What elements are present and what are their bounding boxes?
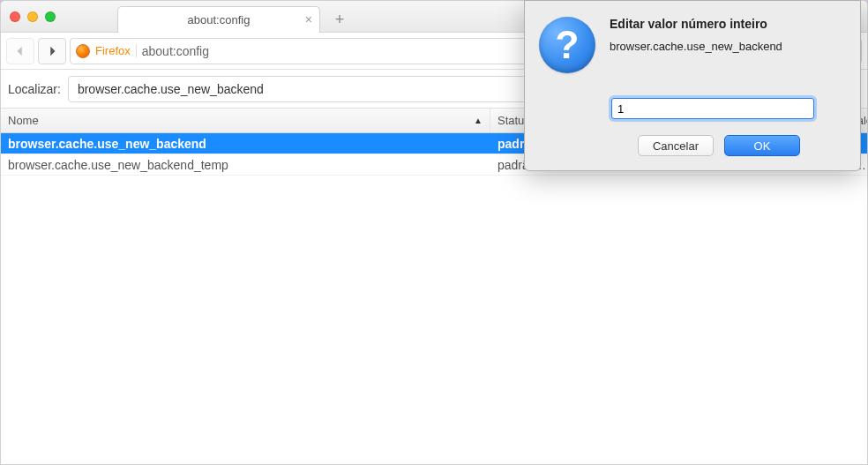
edit-integer-dialog: ? Editar valor número inteiro browser.ca… xyxy=(524,0,861,171)
close-tab-icon[interactable]: × xyxy=(305,13,312,26)
pref-rows: browser.cache.use_new_backend padrão int… xyxy=(1,133,867,464)
tab-bar: about:config × + xyxy=(117,1,352,33)
tab-about-config[interactable]: about:config × xyxy=(117,6,320,33)
firefox-icon xyxy=(76,44,90,58)
back-button[interactable] xyxy=(6,38,34,64)
window-controls xyxy=(10,11,56,22)
dialog-title: Editar valor número inteiro xyxy=(610,17,846,31)
column-header-name[interactable]: Nome ▲ xyxy=(1,109,490,132)
arrow-right-icon xyxy=(46,45,58,57)
pref-name: browser.cache.use_new_backend_temp xyxy=(1,158,490,172)
integer-value-input[interactable] xyxy=(611,98,814,119)
cancel-button[interactable]: Cancelar xyxy=(638,135,714,156)
sort-ascending-icon: ▲ xyxy=(474,116,483,125)
question-icon: ? xyxy=(539,17,595,73)
minimize-window-button[interactable] xyxy=(27,11,38,22)
identity-label: Firefox xyxy=(95,44,137,57)
new-tab-button[interactable]: + xyxy=(327,8,352,33)
zoom-window-button[interactable] xyxy=(45,11,56,22)
dialog-buttons: Cancelar OK xyxy=(539,135,846,156)
ok-button[interactable]: OK xyxy=(724,135,800,156)
forward-button[interactable] xyxy=(38,38,66,64)
arrow-left-icon xyxy=(14,45,26,57)
dialog-message: browser.cache.use_new_backend xyxy=(610,40,846,53)
column-name-label: Nome xyxy=(8,114,39,127)
tab-title: about:config xyxy=(188,13,251,26)
dialog-header: ? Editar valor número inteiro browser.ca… xyxy=(539,17,846,73)
pref-name: browser.cache.use_new_backend xyxy=(1,137,490,151)
dialog-text-block: Editar valor número inteiro browser.cach… xyxy=(610,17,846,53)
url-text: about:config xyxy=(142,44,209,58)
filter-label: Localizar: xyxy=(8,82,61,96)
close-window-button[interactable] xyxy=(10,11,20,22)
